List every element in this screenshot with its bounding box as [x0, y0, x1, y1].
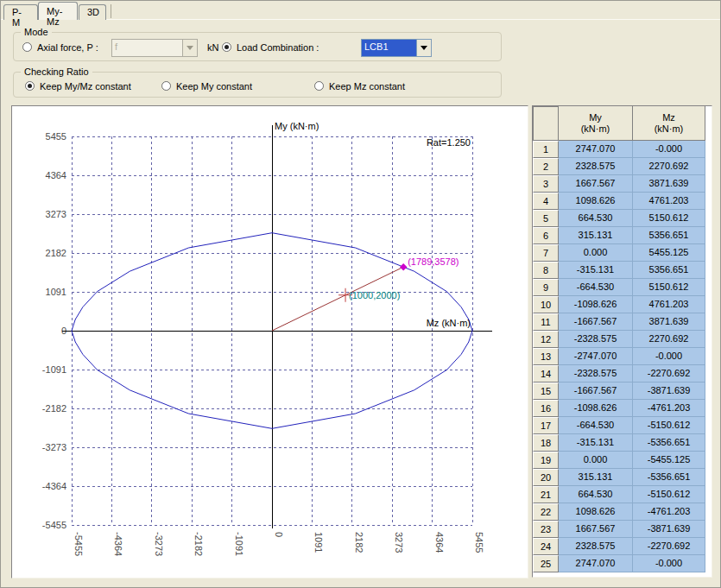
load-combination-combobox[interactable]: LCB1 — [361, 39, 432, 57]
table-cell-my: 2747.070 — [559, 141, 633, 158]
x-axis-tick-label: -4364 — [113, 532, 123, 556]
table-row-number[interactable]: 19 — [533, 452, 559, 469]
table-row-number[interactable]: 3 — [533, 175, 559, 193]
table-cell-mz: 3871.639 — [633, 313, 705, 331]
table-cell-mz: 4761.203 — [633, 296, 705, 313]
axial-force-unit: kN — [207, 42, 218, 53]
table-cell-mz: -0.000 — [633, 348, 705, 365]
checking-ratio-title: Checking Ratio — [21, 66, 92, 77]
x-axis-tick-label: -2182 — [193, 532, 204, 556]
table-row-number[interactable]: 21 — [533, 486, 559, 503]
keep-mymz-constant-radio[interactable] — [25, 81, 35, 91]
table-cell-my: -664.530 — [559, 279, 633, 296]
axial-force-radio[interactable] — [22, 42, 32, 52]
keep-my-constant-label: Keep My constant — [176, 81, 252, 92]
tab-strip: P-M My-Mz 3D — [1, 1, 720, 20]
table-cell-my: -1098.626 — [559, 400, 633, 417]
table-cell-my: -2328.575 — [559, 331, 633, 348]
table-cell-my: -664.530 — [559, 417, 633, 434]
table-row-number[interactable]: 8 — [533, 262, 559, 279]
table-cell-my: 2328.575 — [559, 158, 633, 175]
y-axis-tick-label: -2182 — [42, 403, 66, 414]
table-cell-my: 315.131 — [559, 469, 633, 486]
table-cell-mz: 5356.651 — [633, 262, 705, 279]
table-cell-mz: -4761.203 — [633, 503, 705, 521]
table-cell-my: -315.131 — [559, 434, 633, 452]
table-cell-my: 1667.567 — [559, 521, 633, 538]
table-cell-mz: 3871.639 — [633, 175, 705, 193]
table-row-number[interactable]: 18 — [533, 434, 559, 452]
checking-ratio-groupbox: Checking Ratio Keep My/Mz constant Keep … — [13, 72, 502, 98]
y-axis-tick-label: -1091 — [42, 364, 66, 375]
x-axis-tick-label: 4364 — [434, 532, 445, 553]
table-row-number[interactable]: 5 — [533, 210, 559, 227]
table-row-number[interactable]: 16 — [533, 400, 559, 417]
table-cell-mz: -0.000 — [633, 141, 705, 158]
applied-point-label: (1000,2000) — [349, 290, 400, 300]
table-row-number[interactable]: 10 — [533, 296, 559, 313]
x-axis-tick-label: -1091 — [234, 532, 244, 556]
table-cell-mz: -5150.612 — [633, 486, 705, 503]
tab-pane-edge — [1, 19, 720, 20]
table-cell-my: 1098.626 — [559, 193, 633, 210]
table-cell-my: 2328.575 — [559, 538, 633, 555]
table-row-number[interactable]: 14 — [533, 365, 559, 383]
table-cell-my: -1098.626 — [559, 296, 633, 313]
capacity-point-marker — [400, 263, 407, 270]
table-cell-my: 664.530 — [559, 486, 633, 503]
load-combination-label: Load Combination : — [237, 42, 319, 53]
axial-force-value: f — [112, 40, 182, 56]
table-row-number[interactable]: 6 — [533, 227, 559, 244]
y-axis-tick-label: -4364 — [42, 481, 66, 491]
interaction-diagram-panel: -5455-5455-4364-4364-3273-3273-2182-2182… — [11, 105, 528, 579]
table-row-number[interactable]: 20 — [533, 469, 559, 486]
results-table-panel: My(kN·m)Mz(kN·m)12747.070-0.00022328.575… — [532, 105, 712, 578]
tab-divider — [111, 4, 111, 18]
table-row-number[interactable]: 24 — [533, 538, 559, 555]
table-row-number[interactable]: 25 — [533, 555, 559, 572]
table-corner-header — [533, 106, 559, 141]
table-row-number[interactable]: 1 — [533, 141, 559, 158]
table-row-number[interactable]: 9 — [533, 279, 559, 296]
table-cell-my: 664.530 — [559, 210, 633, 227]
table-cell-mz: -2270.692 — [633, 365, 705, 383]
table-row-number[interactable]: 11 — [533, 313, 559, 331]
table-row-number[interactable]: 7 — [533, 244, 559, 262]
table-row-number[interactable]: 15 — [533, 383, 559, 400]
x-axis-tick-label: 5455 — [474, 532, 484, 553]
y-axis-tick-label: 5455 — [46, 131, 66, 142]
table-cell-mz: 5455.125 — [633, 244, 705, 262]
y-axis-title: My (kN·m) — [275, 121, 319, 131]
table-row-number[interactable]: 23 — [533, 521, 559, 538]
table-row-number[interactable]: 17 — [533, 417, 559, 434]
y-axis-tick-label: 4364 — [46, 170, 66, 180]
load-combination-dropdown-icon[interactable] — [416, 40, 431, 56]
x-axis-tick-label: 1091 — [313, 532, 324, 553]
x-axis-tick-label: 2182 — [354, 532, 364, 553]
table-column-header: My(kN·m) — [559, 106, 633, 141]
table-cell-my: 0.000 — [559, 244, 633, 262]
table-cell-mz: 2270.692 — [633, 331, 705, 348]
table-cell-mz: 5356.651 — [633, 227, 705, 244]
keep-mz-constant-radio[interactable] — [314, 81, 324, 91]
load-combination-radio[interactable] — [222, 42, 231, 52]
table-cell-mz: 5150.612 — [633, 210, 705, 227]
table-cell-my: -1667.567 — [559, 383, 633, 400]
tab-my-mz[interactable]: My-Mz — [38, 2, 78, 20]
table-cell-mz: -3871.639 — [633, 521, 705, 538]
x-axis-tick-label: -3273 — [154, 532, 164, 556]
table-row-number[interactable]: 13 — [533, 348, 559, 365]
capacity-point-label: (1789,3578) — [408, 256, 459, 267]
table-column-header: Mz(kN·m) — [633, 106, 705, 141]
x-axis-tick-label: 0 — [274, 532, 284, 537]
y-axis-tick-label: 3273 — [46, 209, 66, 219]
x-axis-tick-label: 3273 — [394, 532, 404, 553]
table-cell-my: -2747.070 — [559, 348, 633, 365]
table-row-number[interactable]: 4 — [533, 193, 559, 210]
table-row-number[interactable]: 12 — [533, 331, 559, 348]
tab-3d[interactable]: 3D — [79, 4, 106, 20]
keep-my-constant-radio[interactable] — [161, 81, 171, 91]
tab-p-m[interactable]: P-M — [3, 4, 38, 20]
table-row-number[interactable]: 2 — [533, 158, 559, 175]
table-row-number[interactable]: 22 — [533, 503, 559, 521]
